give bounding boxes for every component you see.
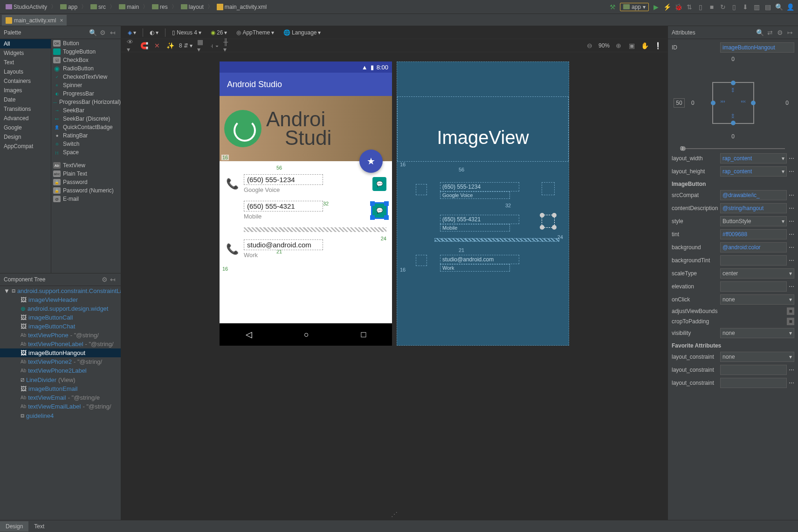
palette-category[interactable]: Widgets xyxy=(0,48,51,58)
breadcrumb-item[interactable]: main_activity.xml xyxy=(215,3,268,11)
bp-phone1[interactable]: (650) 555-1234 xyxy=(440,182,519,191)
more-icon[interactable]: ⋯ xyxy=(789,283,794,290)
tree-row[interactable]: 🖼 imageButtonCall xyxy=(0,313,121,322)
text-view-phone2[interactable]: (650) 555-4321 xyxy=(244,201,323,211)
align-icon[interactable]: ⫞ ▾ xyxy=(210,41,219,50)
bp-email[interactable]: studio@android.com xyxy=(440,255,519,264)
palette-item[interactable]: —ProgressBar (Horizontal) xyxy=(51,98,121,106)
more-icon[interactable]: ⋯ xyxy=(789,380,794,386)
tree-row[interactable]: 🖼 imageButtonEmail xyxy=(0,384,121,393)
content-desc-input[interactable] xyxy=(720,203,787,213)
debug-icon[interactable]: 🐞 xyxy=(674,3,682,11)
palette-item[interactable]: OKButton xyxy=(51,39,121,48)
language-dropdown[interactable]: 🌐 Language ▾ xyxy=(281,28,323,37)
orientation-dropdown[interactable]: ◐ ▾ xyxy=(147,28,161,37)
search-icon[interactable]: 🔍 xyxy=(756,28,764,37)
expand-icon[interactable]: ▼ xyxy=(4,287,10,294)
more-icon[interactable]: ⋯ xyxy=(789,244,794,251)
sdk-icon[interactable]: ⬇ xyxy=(741,3,750,11)
palette-category[interactable]: Google xyxy=(0,123,51,132)
palette-item[interactable]: ◐ProgressBar xyxy=(51,89,121,98)
image-view-header[interactable]: AndroiStudi ★ 16 xyxy=(220,96,392,161)
palette-category[interactable]: Design xyxy=(0,132,51,142)
onclick-combo[interactable]: none▾ xyxy=(720,294,794,305)
design-surface[interactable]: ▲ ▮ 8:00 Android Studio AndroiStudi ★ 16… xyxy=(220,61,392,346)
layout-inspector-icon[interactable]: ▥ xyxy=(752,3,761,11)
collapse-icon[interactable]: ↦ xyxy=(786,28,794,37)
clear-constraints-icon[interactable]: ✕ xyxy=(153,41,161,50)
resize-grip[interactable]: ⋰ xyxy=(121,509,667,520)
more-icon[interactable]: ⋯ xyxy=(789,205,794,211)
call-icon[interactable]: 📞 xyxy=(225,242,239,256)
run-config-dropdown[interactable]: app▾ xyxy=(620,3,649,11)
pan-icon[interactable]: ✋ xyxy=(640,41,649,50)
default-margin[interactable]: 8 ⇵ ▾ xyxy=(179,42,193,49)
elevation-input[interactable] xyxy=(720,281,787,292)
palette-item[interactable]: ⊷SeekBar (Discrete) xyxy=(51,115,121,123)
layout-constraint-combo[interactable]: none▾ xyxy=(720,352,794,362)
style-combo[interactable]: ButtonStyle▾ xyxy=(720,216,787,226)
avd-icon[interactable]: ▯ xyxy=(730,3,738,11)
palette-category[interactable]: Date xyxy=(0,95,51,104)
apply-changes-icon[interactable]: ⚡ xyxy=(663,3,671,11)
call-icon[interactable]: 📞 xyxy=(225,177,239,191)
magnet-icon[interactable]: 🧲 xyxy=(140,41,148,50)
search-icon[interactable]: 🔍 xyxy=(775,3,783,11)
palette-item[interactable]: |·|Space xyxy=(51,148,121,157)
close-icon[interactable]: × xyxy=(60,17,63,24)
bottom-tab-text[interactable]: Text xyxy=(28,521,50,532)
collapse-icon[interactable]: ↤ xyxy=(109,275,117,284)
infer-icon[interactable]: ✨ xyxy=(166,41,174,50)
warning-icon[interactable]: ❕ xyxy=(654,41,662,50)
tree-row[interactable]: Ab textViewPhone2 - "@string/ xyxy=(0,357,121,366)
bp-hangout-selected[interactable] xyxy=(542,215,555,228)
breadcrumb-item[interactable]: StudioActivity xyxy=(4,3,49,11)
recent-icon[interactable]: □ xyxy=(361,330,366,340)
hammer-icon[interactable]: ⚒ xyxy=(609,3,617,11)
search-icon[interactable]: 🔍 xyxy=(89,28,97,37)
more-icon[interactable]: ⋯ xyxy=(789,192,794,198)
tree-row[interactable]: Ab textViewEmail - "@string/e xyxy=(0,393,121,402)
pack-icon[interactable]: ▦ ▾ xyxy=(197,41,206,50)
sync-icon[interactable]: ↻ xyxy=(719,3,727,11)
palette-item[interactable]: ⊸SeekBar xyxy=(51,106,121,115)
bp-phone2[interactable]: (650) 555-4321 xyxy=(440,215,519,224)
tint-input[interactable] xyxy=(720,229,787,239)
palette-item[interactable]: @E-mail xyxy=(51,195,121,203)
visibility-combo[interactable]: none▾ xyxy=(720,328,794,338)
zoom-in-icon[interactable]: ⊕ xyxy=(614,41,623,50)
tree-row[interactable]: Ab textViewEmailLabel - "@string/ xyxy=(0,402,121,411)
user-icon[interactable]: 👤 xyxy=(786,3,794,11)
home-icon[interactable]: ○ xyxy=(304,330,309,340)
chat-icon[interactable]: 💬 xyxy=(372,177,386,191)
palette-category[interactable]: Containers xyxy=(0,76,51,86)
palette-item[interactable]: 🔒Password (Numeric) xyxy=(51,186,121,195)
stop-icon[interactable]: ■ xyxy=(708,3,716,11)
tree-row[interactable]: 🖼 imageButtonChat xyxy=(0,322,121,331)
palette-item[interactable]: ★RatingBar xyxy=(51,131,121,140)
checkbox-indeterminate[interactable]: ■ xyxy=(787,307,794,315)
palette-item[interactable]: AbTextView xyxy=(51,161,121,170)
background-input[interactable] xyxy=(720,242,787,252)
layout-height-combo[interactable]: rap_content▾ xyxy=(720,166,787,177)
background-tint-input[interactable] xyxy=(720,255,787,266)
breadcrumb-item[interactable]: main xyxy=(117,3,141,11)
palette-item[interactable]: ✓CheckedTextView xyxy=(51,73,121,81)
text-view-phone[interactable]: (650) 555-1234 xyxy=(244,174,323,185)
palette-item[interactable]: abcPlain Text xyxy=(51,170,121,178)
layout-constraint-input[interactable] xyxy=(720,378,787,388)
more-icon[interactable]: ⋯ xyxy=(789,168,794,175)
blueprint-surface[interactable]: ImageView (650) 555-1234 Google Voice (6… xyxy=(397,61,569,346)
design-canvas[interactable]: ▲ ▮ 8:00 Android Studio AndroiStudi ★ 16… xyxy=(121,52,667,509)
palette-category[interactable]: Images xyxy=(0,86,51,95)
tree-row[interactable]: 🖼 imageViewHeader xyxy=(0,295,121,304)
more-icon[interactable]: ⋯ xyxy=(789,367,794,373)
image-button-hangout[interactable]: 💬 xyxy=(372,204,386,218)
constraint-widget[interactable]: 50 ››› ‹‹‹ ››› ‹‹‹ 0 0 0 0 0 xyxy=(672,54,794,152)
tree-row[interactable]: ⧄ LineDivider (View) xyxy=(0,375,121,384)
more-icon[interactable]: ⋯ xyxy=(789,231,794,238)
breadcrumb-item[interactable]: app xyxy=(58,3,79,11)
palette-category[interactable]: Transitions xyxy=(0,104,51,114)
more-icon[interactable]: ⋯ xyxy=(789,218,794,225)
palette-category[interactable]: AppCompat xyxy=(0,142,51,151)
